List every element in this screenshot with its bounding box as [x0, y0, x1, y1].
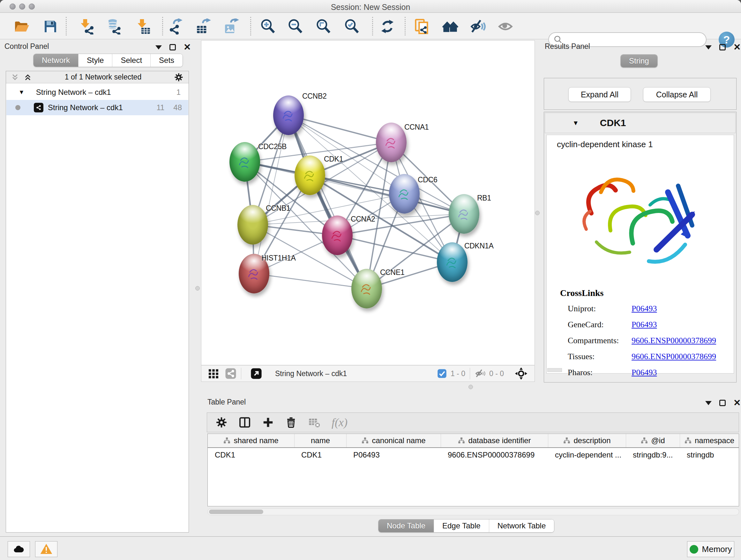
zoom-out-button[interactable] [287, 18, 304, 35]
save-session-button[interactable] [42, 18, 59, 35]
zoom-fit-button[interactable] [315, 18, 332, 35]
panel-close-icon[interactable]: ✕ [733, 44, 741, 51]
gear-icon[interactable] [174, 72, 184, 82]
protein-scribble-icon [382, 132, 400, 153]
zoom-selected-button[interactable] [344, 18, 360, 35]
table-hscrollbar[interactable] [207, 508, 739, 515]
show-all-button[interactable] [498, 18, 515, 35]
cloud-status-button[interactable] [8, 541, 30, 557]
column-header-@id[interactable]: @id [626, 434, 680, 447]
column-header-database-identifier[interactable]: database identifier [441, 434, 548, 447]
apply-layout-button[interactable] [379, 18, 396, 35]
pan-target-icon[interactable] [515, 367, 528, 380]
table-cell[interactable]: P06493 [346, 448, 441, 462]
tab-select[interactable]: Select [112, 54, 150, 67]
panel-float-icon[interactable] [170, 44, 176, 51]
node-CCNB1[interactable] [238, 205, 268, 245]
tab-string[interactable]: String [621, 55, 657, 67]
crosslink-value-link[interactable]: P06493 [631, 320, 657, 329]
table-cell[interactable]: CDK1 [208, 448, 294, 462]
export-table-button[interactable] [195, 18, 212, 35]
delete-table-icon[interactable] [308, 416, 321, 429]
node-CDK1[interactable] [294, 155, 325, 195]
import-table-from-file-button[interactable] [134, 18, 151, 35]
tab-node-table[interactable]: Node Table [379, 519, 434, 532]
node-CCNA1[interactable] [376, 123, 407, 162]
results-hscrollbar-thumb[interactable] [547, 368, 562, 372]
column-header-description[interactable]: description [548, 434, 626, 447]
new-network-from-selection-button[interactable] [414, 18, 430, 35]
column-header-label: database identifier [468, 436, 531, 445]
delete-column-trash-icon[interactable] [285, 416, 297, 428]
tab-sets[interactable]: Sets [150, 54, 183, 67]
panel-float-icon[interactable] [719, 400, 726, 406]
export-network-button[interactable] [168, 18, 185, 35]
expand-all-button[interactable]: Expand All [568, 87, 631, 102]
table-row[interactable]: CDK1CDK1P064939606.ENSP00000378699cyclin… [208, 448, 739, 462]
tab-style[interactable]: Style [78, 54, 112, 67]
column-header-canonical-name[interactable]: canonical name [346, 434, 441, 447]
show-columns-icon[interactable] [239, 416, 251, 429]
function-builder-icon[interactable]: f(x) [332, 416, 347, 429]
section-expand-triangle-icon[interactable]: ▼ [572, 119, 579, 127]
left-splitter-handle[interactable] [195, 286, 200, 291]
import-network-from-database-button[interactable] [105, 18, 122, 35]
collapse-all-chevrons-icon[interactable] [10, 73, 19, 82]
panel-menu-icon[interactable] [155, 45, 162, 50]
network-collection-row[interactable]: ▼ String Network – cdk1 1 [6, 84, 188, 100]
panel-float-icon[interactable] [719, 44, 726, 51]
birds-eye-view-icon[interactable] [208, 368, 219, 379]
table-cell[interactable]: stringdb:9... [626, 448, 680, 462]
bottom-splitter-handle[interactable] [468, 385, 473, 389]
table-cell[interactable]: 9606.ENSP00000378699 [441, 448, 548, 462]
column-header-shared-name[interactable]: shared name [208, 434, 294, 447]
node-CDC6[interactable] [389, 174, 420, 213]
tab-network[interactable]: Network [33, 54, 78, 67]
node-CDKN1A[interactable] [437, 242, 468, 282]
zoom-in-button[interactable] [260, 18, 276, 35]
table-cell[interactable]: cyclin-dependent ... [548, 448, 626, 462]
node-CCNB2[interactable] [273, 96, 304, 135]
toolbar-separator [405, 17, 406, 36]
panel-menu-icon[interactable] [705, 401, 712, 405]
selected-checkbox-icon[interactable] [437, 369, 447, 378]
node-CDC25B[interactable] [229, 142, 260, 182]
node-CCNA2[interactable] [322, 215, 353, 255]
node-RB1[interactable] [449, 194, 479, 234]
tab-network-table[interactable]: Network Table [489, 519, 554, 532]
expand-all-chevrons-icon[interactable] [23, 73, 32, 82]
right-splitter-handle[interactable] [535, 211, 540, 215]
gear-icon[interactable] [215, 416, 227, 428]
table-hscrollbar-thumb[interactable] [209, 509, 263, 514]
open-external-window-icon[interactable] [250, 368, 262, 380]
crosslink-value-link[interactable]: P06493 [631, 368, 657, 377]
export-image-button[interactable] [223, 18, 240, 35]
crosslink-row: Uniprot:P06493 [568, 304, 734, 314]
table-cell[interactable]: stringdb [680, 448, 739, 462]
results-actions-box: Expand All Collapse All [544, 78, 737, 110]
warnings-button[interactable] [35, 541, 57, 557]
collapse-all-button[interactable]: Collapse All [643, 87, 711, 102]
crosslink-value-link[interactable]: 9606.ENSP00000378699 [631, 336, 716, 346]
add-column-plus-icon[interactable] [262, 416, 274, 428]
tree-expand-triangle-icon[interactable]: ▼ [18, 89, 24, 96]
cybrowser-button[interactable] [442, 18, 459, 35]
open-session-button[interactable] [13, 18, 30, 35]
panel-close-icon[interactable]: ✕ [184, 44, 191, 51]
crosslink-value-link[interactable]: P06493 [631, 304, 657, 314]
import-network-from-file-button[interactable] [78, 18, 95, 35]
network-canvas[interactable]: CCNB2CCNA1CDC25BCDK1CDC6RB1CCNB1CCNA2CDK… [201, 40, 535, 365]
memory-button[interactable]: Memory [687, 541, 734, 557]
panel-menu-icon[interactable] [705, 45, 712, 50]
hide-selected-button[interactable] [470, 18, 487, 35]
column-header-namespace[interactable]: namespace [680, 434, 739, 447]
network-row[interactable]: String Network – cdk1 11 48 [6, 100, 188, 115]
node-CCNE1[interactable] [351, 269, 382, 308]
panel-close-icon[interactable]: ✕ [733, 400, 741, 406]
tab-edge-table[interactable]: Edge Table [434, 519, 489, 532]
column-header-name[interactable]: name [294, 434, 346, 447]
protein-section-header[interactable]: ▼ CDK1 [545, 113, 736, 133]
crosslink-value-link[interactable]: 9606.ENSP00000378699 [631, 352, 716, 361]
network-share-icon[interactable] [225, 368, 237, 379]
table-cell[interactable]: CDK1 [294, 448, 346, 462]
